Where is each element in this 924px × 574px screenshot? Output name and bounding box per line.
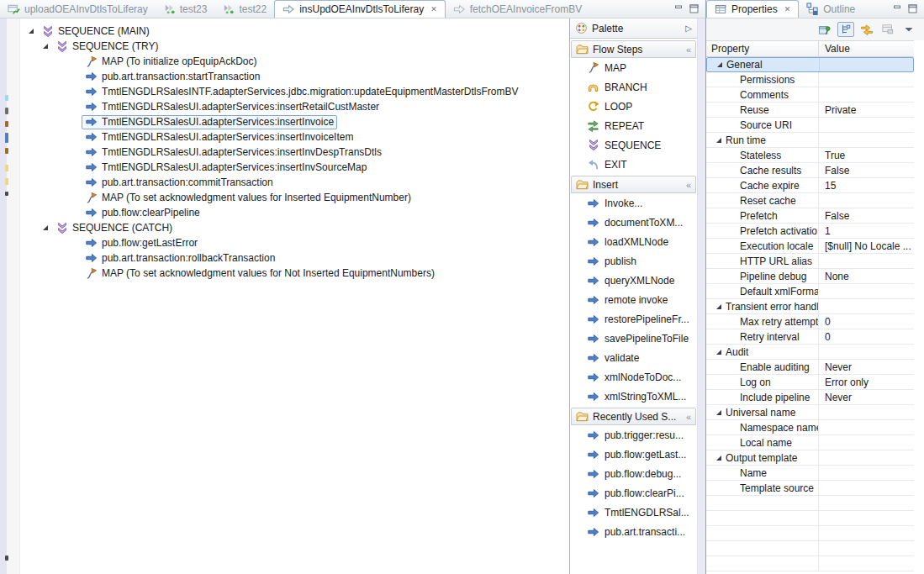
- flow-step[interactable]: TmtlENGDLRSalesUI.adapterServices:insert…: [82, 145, 385, 160]
- palette-item[interactable]: MAP: [570, 58, 697, 77]
- ruler-marker[interactable]: [5, 178, 8, 185]
- flyout-arrow-icon[interactable]: ▷: [685, 24, 692, 33]
- property-row-local-name[interactable]: Local name: [706, 435, 914, 450]
- flow-step-row[interactable]: TmtlENGDLRSalesUI.adapterServices:insert…: [20, 145, 569, 160]
- palette-item[interactable]: xmlNodeToDoc...: [570, 367, 697, 387]
- flow-step[interactable]: TmtlENGDLRSalesUI.adapterServices:insert…: [82, 100, 383, 114]
- palette-item[interactable]: Invoke...: [570, 193, 697, 213]
- palette-item[interactable]: pub.art.transacti...: [570, 522, 697, 541]
- palette-item[interactable]: validate: [570, 348, 697, 367]
- pin-icon[interactable]: «: [686, 180, 691, 190]
- property-value-cell[interactable]: Error only: [819, 377, 914, 388]
- flow-step[interactable]: MAP (To set acknowledgment values for In…: [82, 191, 414, 205]
- ruler-marker[interactable]: [5, 133, 8, 143]
- property-row-transient-error-handli[interactable]: Transient error handli: [706, 299, 914, 314]
- palette-item[interactable]: remote invoke: [570, 290, 697, 309]
- flow-step[interactable]: TmtlENGDLRSalesINTF.adapterServices.jdbc…: [82, 85, 522, 99]
- property-value-cell[interactable]: 0: [819, 316, 914, 328]
- property-value-cell[interactable]: 1: [819, 225, 914, 237]
- value-column-header[interactable]: Value: [819, 43, 914, 55]
- minimize-icon[interactable]: [891, 3, 904, 15]
- palette-item[interactable]: pub.trigger:resu...: [570, 425, 697, 445]
- property-row-stateless[interactable]: StatelessTrue: [706, 148, 914, 163]
- property-row-permissions[interactable]: Permissions: [706, 72, 914, 87]
- flow-step[interactable]: MAP (To set acknowledgment values for No…: [82, 266, 438, 281]
- property-value-cell[interactable]: False: [819, 165, 914, 176]
- property-row-enable-auditing[interactable]: Enable auditingNever: [706, 360, 914, 375]
- flow-step[interactable]: pub.art.transaction:commitTransaction: [82, 176, 277, 190]
- flow-step-row[interactable]: MAP (To initialize opEquipAckDoc): [20, 54, 569, 69]
- property-row-log-on[interactable]: Log onError only: [706, 375, 914, 390]
- expanded-arrow-icon[interactable]: [716, 410, 721, 415]
- close-icon[interactable]: ✕: [782, 5, 791, 13]
- palette-item[interactable]: publish: [570, 251, 697, 271]
- pin-editor-icon[interactable]: [816, 22, 833, 37]
- pin-icon[interactable]: «: [686, 45, 691, 55]
- flow-step[interactable]: pub.flow:clearPipeline: [82, 206, 203, 220]
- expanded-arrow-icon[interactable]: [716, 350, 721, 355]
- flow-step-row[interactable]: pub.flow:getLastError: [20, 235, 569, 250]
- property-row-http-url-alias[interactable]: HTTP URL alias: [706, 254, 914, 269]
- property-value-cell[interactable]: Private: [819, 104, 914, 116]
- maximize-icon[interactable]: [906, 3, 919, 15]
- flow-step[interactable]: MAP (To initialize opEquipAckDoc): [82, 55, 261, 69]
- expanded-arrow-icon[interactable]: [716, 456, 721, 461]
- flow-step-row[interactable]: TmtlENGDLRSalesUI.adapterServices:insert…: [20, 99, 569, 114]
- ruler-marker[interactable]: [5, 192, 8, 196]
- property-row-prefetch-activatio[interactable]: Prefetch activatio1: [706, 224, 914, 239]
- property-value-cell[interactable]: None: [819, 271, 914, 282]
- property-row-audit[interactable]: Audit: [706, 345, 914, 360]
- palette-section-0[interactable]: Flow Steps«: [571, 40, 696, 58]
- pin-icon[interactable]: «: [686, 412, 691, 422]
- property-column-header[interactable]: Property: [706, 41, 819, 56]
- property-value-cell[interactable]: Never: [819, 392, 914, 403]
- editor-overview-ruler[interactable]: [0, 18, 7, 574]
- property-value-cell[interactable]: True: [819, 150, 914, 161]
- property-row-universal-name[interactable]: Universal name: [706, 405, 914, 420]
- flow-step[interactable]: pub.flow:getLastError: [82, 236, 201, 250]
- flow-step-row[interactable]: TmtlENGDLRSalesUI.adapterServices:insert…: [20, 114, 569, 129]
- expanded-arrow-icon[interactable]: [29, 29, 34, 34]
- flow-step-row[interactable]: SEQUENCE (CATCH): [20, 220, 569, 235]
- property-row-execution-locale[interactable]: Execution locale[$null] No Locale ...: [706, 239, 914, 254]
- property-row-source-uri[interactable]: Source URI: [706, 118, 914, 133]
- flow-step-row[interactable]: TmtlENGDLRSalesUI.adapterServices:insert…: [20, 160, 569, 175]
- flow-step[interactable]: SEQUENCE (MAIN): [38, 24, 153, 39]
- palette-item[interactable]: LOOP: [570, 97, 697, 116]
- ruler-marker[interactable]: [5, 148, 8, 154]
- palette-item[interactable]: documentToXM...: [570, 213, 697, 232]
- show-advanced-icon[interactable]: [858, 22, 875, 37]
- view-tab-properties[interactable]: Properties✕: [706, 0, 799, 18]
- palette-scrollbar[interactable]: [697, 18, 705, 574]
- flow-step[interactable]: TmtlENGDLRSalesUI.adapterServices:insert…: [82, 115, 337, 129]
- property-row-comments[interactable]: Comments: [706, 87, 914, 103]
- property-row-retry-interval[interactable]: Retry interval0: [706, 329, 914, 345]
- show-categories-icon[interactable]: [837, 22, 854, 37]
- expanded-arrow-icon[interactable]: [717, 62, 722, 67]
- editor-tab-test22[interactable]: test22: [214, 0, 274, 18]
- flow-step[interactable]: SEQUENCE (TRY): [52, 39, 161, 54]
- expanded-arrow-icon[interactable]: [716, 304, 721, 309]
- expanded-arrow-icon[interactable]: [43, 44, 48, 49]
- property-value-cell[interactable]: 0: [819, 331, 914, 343]
- palette-item[interactable]: pub.flow:debug...: [570, 464, 697, 483]
- palette-item[interactable]: queryXMLNode: [570, 271, 697, 290]
- property-row-reset-cache[interactable]: Reset cache: [706, 193, 914, 208]
- property-row-include-pipeline[interactable]: Include pipelineNever: [706, 390, 914, 405]
- ruler-marker[interactable]: [5, 165, 8, 171]
- property-row-reuse[interactable]: ReusePrivate: [706, 103, 914, 118]
- flow-step-row[interactable]: pub.art.transaction:commitTransaction: [20, 175, 569, 190]
- palette-item[interactable]: loadXMLNode: [570, 232, 697, 251]
- palette-section-1[interactable]: Insert«: [571, 176, 696, 193]
- ruler-marker[interactable]: [5, 556, 8, 561]
- editor-tab-fetchOEAInvoiceFromBV[interactable]: fetchOEAInvoiceFromBV: [446, 0, 589, 18]
- palette-item[interactable]: SEQUENCE: [570, 135, 697, 155]
- flow-step-row[interactable]: TmtlENGDLRSalesINTF.adapterServices.jdbc…: [20, 84, 569, 99]
- property-row-run-time[interactable]: Run time: [706, 133, 914, 148]
- flow-step-row[interactable]: SEQUENCE (TRY): [20, 39, 569, 54]
- palette-item[interactable]: xmlStringToXML...: [570, 387, 697, 406]
- palette-item[interactable]: savePipelineToFile: [570, 329, 697, 348]
- minimize-icon[interactable]: [673, 3, 685, 15]
- ruler-marker[interactable]: [5, 95, 8, 101]
- editor-tab-insUpdOEAInvDtlsToLiferay[interactable]: insUpdOEAInvDtlsToLiferay✕: [274, 0, 446, 18]
